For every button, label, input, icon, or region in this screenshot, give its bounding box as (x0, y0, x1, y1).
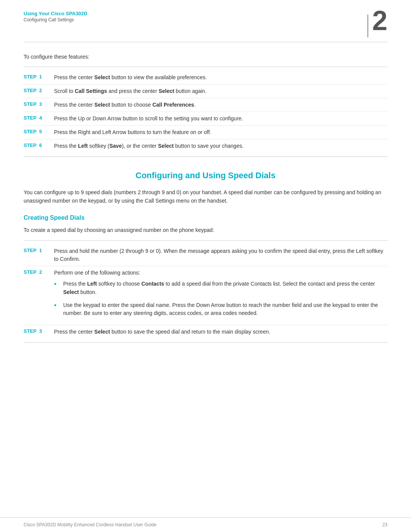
step-row: STEP 5 Press the Right and Left Arrow bu… (24, 126, 387, 139)
step-sd-2-text: Perform one of the following actions: (54, 270, 140, 276)
chapter-block: 2 (367, 11, 387, 37)
step-content-2: Scroll to Call Settings and press the ce… (54, 87, 387, 95)
step-content-sd-2: Perform one of the following actions: • … (54, 269, 387, 322)
section-heading-speed-dials: Configuring and Using Speed Dials (24, 171, 387, 181)
chapter-title: Using Your Cisco SPA302D (24, 11, 88, 16)
subsection-heading-creating: Creating Speed Dials (24, 214, 387, 221)
bullet-text-1: Press the Left softkey to choose Contact… (63, 280, 387, 296)
footer-left-text: Cisco SPA302D Mobility Enhanced Cordless… (24, 522, 156, 527)
step-row: STEP 6 Press the Left softkey (Save), or… (24, 139, 387, 153)
page-footer: Cisco SPA302D Mobility Enhanced Cordless… (0, 517, 411, 532)
step-row: STEP 2 Scroll to Call Settings and press… (24, 85, 387, 98)
bullet-dot-2: • (54, 300, 59, 311)
header-left: Using Your Cisco SPA302D Configuring Cal… (24, 11, 88, 22)
step-label-sd-2: STEP 2 (24, 269, 54, 275)
subsection-intro: To create a speed dial by choosing an un… (24, 226, 387, 234)
steps-section-1: STEP 1 Press the center Select button to… (24, 67, 387, 157)
step-content-4: Press the Up or Down Arrow button to scr… (54, 115, 387, 123)
step-label-sd-1: STEP 1 (24, 247, 54, 253)
step-label-1: STEP 1 (24, 73, 54, 80)
main-content: To configure these features: STEP 1 Pres… (0, 42, 411, 343)
page-header: Using Your Cisco SPA302D Configuring Cal… (0, 0, 411, 37)
step-content-sd-3: Press the center Select button to save t… (54, 328, 387, 336)
step-content-1: Press the center Select button to view t… (54, 73, 387, 81)
section-title: Configuring Call Settings (24, 17, 88, 22)
step-label-sd-3: STEP 3 (24, 328, 54, 334)
step-label-4: STEP 4 (24, 115, 54, 121)
step-content-6: Press the Left softkey (Save), or the ce… (54, 142, 387, 150)
step-row-sd-2: STEP 2 Perform one of the following acti… (24, 266, 387, 325)
step-row-sd-1: STEP 1 Press and hold the number (2 thro… (24, 244, 387, 266)
chapter-number: 2 (372, 7, 387, 34)
list-item: • Press the Left softkey to choose Conta… (54, 280, 387, 296)
page-container: Using Your Cisco SPA302D Configuring Cal… (0, 0, 411, 532)
step-row: STEP 1 Press the center Select button to… (24, 71, 387, 85)
step-row: STEP 3 Press the center Select button to… (24, 98, 387, 112)
step-label-6: STEP 6 (24, 142, 54, 148)
step-label-5: STEP 5 (24, 128, 54, 134)
step-label-3: STEP 3 (24, 101, 54, 107)
steps-section-2: STEP 1 Press and hold the number (2 thro… (24, 240, 387, 343)
bullet-text-2: Use the keypad to enter the speed dial n… (63, 301, 387, 318)
step-content-sd-1: Press and hold the number (2 through 9 o… (54, 247, 387, 263)
bullet-list-sd-2: • Press the Left softkey to choose Conta… (54, 280, 387, 318)
bullet-dot-1: • (54, 279, 59, 290)
chapter-vline (367, 14, 368, 37)
speed-dials-intro: You can configure up to 9 speed dials (n… (24, 188, 387, 205)
intro-text: To configure these features: (24, 54, 387, 60)
step-content-3: Press the center Select button to choose… (54, 101, 387, 109)
step-row: STEP 4 Press the Up or Down Arrow button… (24, 112, 387, 126)
list-item: • Use the keypad to enter the speed dial… (54, 301, 387, 318)
step-label-2: STEP 2 (24, 87, 54, 93)
step-content-5: Press the Right and Left Arrow buttons t… (54, 128, 387, 136)
step-row-sd-3: STEP 3 Press the center Select button to… (24, 325, 387, 339)
footer-page-number: 23 (382, 522, 387, 527)
